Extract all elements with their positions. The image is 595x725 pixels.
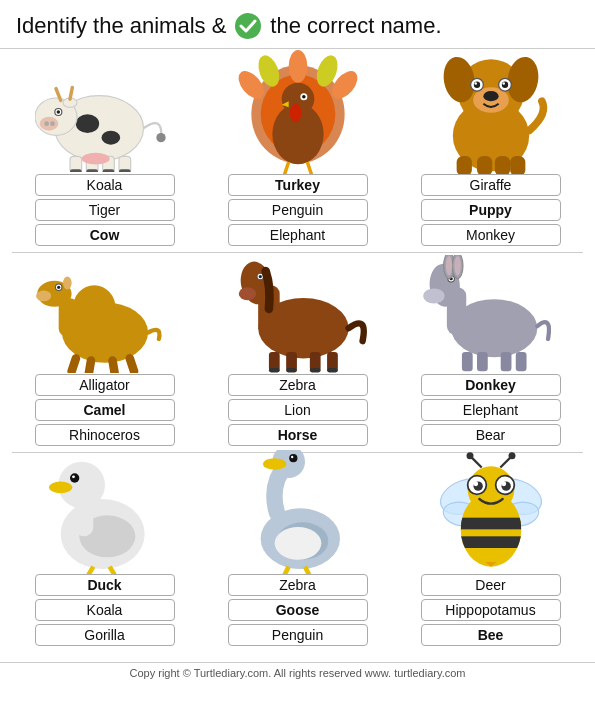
svg-rect-80 [268,368,279,372]
turkey-option-2[interactable]: Penguin [228,199,368,221]
svg-rect-20 [118,169,130,172]
goose-option-3[interactable]: Penguin [228,624,368,646]
svg-point-135 [473,481,478,486]
puppy-option-2[interactable]: Puppy [421,199,561,221]
puppy-option-1[interactable]: Giraffe [421,174,561,196]
svg-point-93 [454,256,460,275]
page: Identify the animals & the correct name. [0,0,595,725]
svg-point-92 [445,256,451,275]
svg-point-87 [423,288,445,303]
svg-point-7 [50,121,55,126]
svg-rect-82 [309,368,320,372]
svg-point-140 [508,452,515,459]
svg-point-64 [57,285,60,288]
svg-point-5 [39,116,58,130]
horse-option-1[interactable]: Zebra [228,374,368,396]
goose-image [228,459,368,569]
cow-option-3[interactable]: Cow [35,224,175,246]
svg-point-9 [56,110,59,113]
svg-rect-17 [70,169,82,172]
animal-cell-donkey: Donkey Elephant Bear [398,259,583,446]
cow-option-2[interactable]: Tiger [35,199,175,221]
section-3: Duck Koala Gorilla [12,459,583,646]
duck-option-1[interactable]: Duck [35,574,175,596]
header-text-part2: the correct name. [270,13,441,39]
svg-line-12 [70,87,72,99]
content: Koala Tiger Cow [0,49,595,658]
header: Identify the animals & the correct name. [0,0,595,49]
svg-point-47 [483,91,498,101]
turkey-image [228,59,368,169]
svg-point-2 [75,114,98,133]
svg-point-75 [258,275,261,278]
animal-cell-horse: Zebra Lion Horse [205,259,390,446]
svg-point-0 [235,13,261,39]
svg-point-51 [501,82,507,88]
camel-option-1[interactable]: Alligator [35,374,175,396]
svg-point-50 [473,82,479,88]
goose-option-1[interactable]: Zebra [228,574,368,596]
animal-cell-duck: Duck Koala Gorilla [12,459,197,646]
svg-rect-128 [460,536,521,548]
svg-rect-83 [327,368,338,372]
divider-1 [12,252,583,253]
turkey-option-1[interactable]: Turkey [228,174,368,196]
donkey-option-1[interactable]: Donkey [421,374,561,396]
horse-option-2[interactable]: Lion [228,399,368,421]
duck-option-3[interactable]: Gorilla [35,624,175,646]
cow-option-1[interactable]: Koala [35,174,175,196]
donkey-option-2[interactable]: Elephant [421,399,561,421]
camel-option-2[interactable]: Camel [35,399,175,421]
donkey-option-3[interactable]: Bear [421,424,561,446]
svg-point-73 [238,287,255,300]
svg-point-65 [63,276,72,289]
goose-option-2[interactable]: Goose [228,599,368,621]
bee-option-1[interactable]: Deer [421,574,561,596]
svg-rect-18 [86,169,98,172]
animal-cell-camel: Alligator Camel Rhinoceros [12,259,197,446]
svg-point-27 [288,50,307,83]
svg-line-67 [88,360,90,373]
animal-cell-cow: Koala Tiger Cow [12,59,197,246]
animal-cell-turkey: Turkey Penguin Elephant [205,59,390,246]
svg-point-103 [70,473,79,482]
svg-point-62 [36,290,51,301]
svg-point-104 [72,475,75,478]
svg-rect-127 [460,518,521,530]
svg-point-6 [44,121,49,126]
svg-point-35 [302,95,305,98]
svg-rect-94 [461,352,472,371]
svg-line-68 [112,360,114,373]
section-1: Koala Tiger Cow [12,59,583,246]
svg-point-21 [156,133,165,142]
section-2: Alligator Camel Rhinoceros [12,259,583,446]
bee-image [421,459,561,569]
horse-option-3[interactable]: Horse [228,424,368,446]
svg-point-116 [291,456,293,458]
puppy-option-3[interactable]: Monkey [421,224,561,246]
animal-cell-puppy: Giraffe Puppy Monkey [398,59,583,246]
svg-point-138 [466,452,473,459]
bee-option-2[interactable]: Hippopotamus [421,599,561,621]
svg-point-102 [49,481,72,493]
svg-rect-96 [500,352,511,371]
svg-line-69 [129,358,133,371]
camel-image [35,259,175,369]
horse-image [228,259,368,369]
svg-point-115 [289,454,297,462]
svg-point-22 [81,152,109,164]
duck-option-2[interactable]: Koala [35,599,175,621]
turkey-option-3[interactable]: Elephant [228,224,368,246]
svg-point-52 [474,82,477,85]
svg-rect-19 [102,169,114,172]
svg-point-117 [274,527,321,560]
footer: Copy right © Turtlediary.com. All rights… [0,662,595,685]
footer-text: Copy right © Turtlediary.com. All rights… [130,667,466,679]
puppy-image [421,59,561,169]
animal-cell-goose: Zebra Goose Penguin [205,459,390,646]
camel-option-3[interactable]: Rhinoceros [35,424,175,446]
svg-line-66 [71,358,75,371]
svg-rect-95 [477,352,488,371]
animal-cell-bee: Deer Hippopotamus Bee [398,459,583,646]
bee-option-3[interactable]: Bee [421,624,561,646]
